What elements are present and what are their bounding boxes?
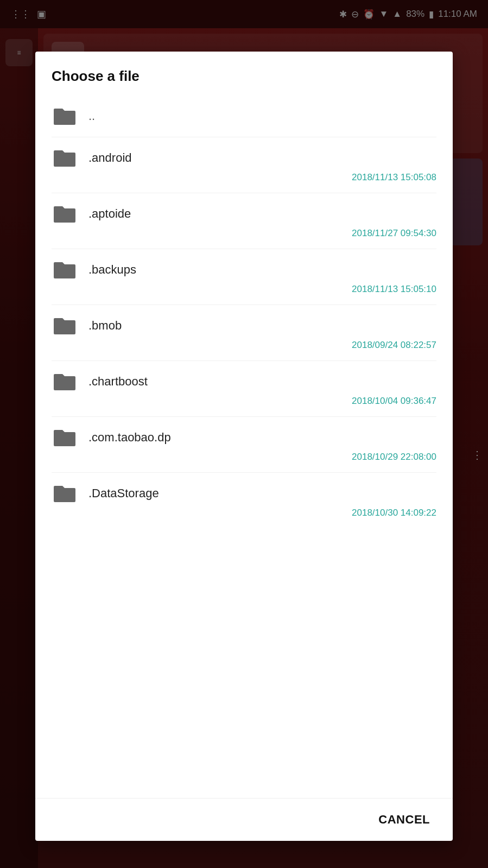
file-name: .backups bbox=[88, 263, 136, 277]
folder-icon bbox=[52, 483, 78, 504]
folder-icon bbox=[52, 427, 78, 448]
file-name: .bmob bbox=[88, 319, 122, 333]
folder-icon bbox=[52, 315, 78, 337]
file-item-row: .bmob bbox=[52, 315, 436, 337]
list-item[interactable]: .. bbox=[52, 96, 436, 137]
file-chooser-dialog: Choose a file .. .android2018/11/13 15:0… bbox=[35, 52, 453, 841]
file-name: .android bbox=[88, 151, 132, 165]
file-item-row: .. bbox=[52, 105, 436, 127]
file-date: 2018/09/24 08:22:57 bbox=[52, 340, 436, 351]
file-date: 2018/11/13 15:05:10 bbox=[52, 284, 436, 295]
file-name: .. bbox=[88, 109, 95, 123]
file-date: 2018/10/04 09:36:47 bbox=[52, 396, 436, 407]
list-item[interactable]: .backups2018/11/13 15:05:10 bbox=[52, 249, 436, 305]
folder-icon bbox=[52, 371, 78, 392]
folder-icon bbox=[52, 105, 78, 127]
file-item-row: .backups bbox=[52, 259, 436, 281]
list-item[interactable]: .bmob2018/09/24 08:22:57 bbox=[52, 305, 436, 361]
list-item[interactable]: .DataStorage2018/10/30 14:09:22 bbox=[52, 473, 436, 528]
file-date: 2018/10/30 14:09:22 bbox=[52, 508, 436, 518]
dialog-title: Choose a file bbox=[35, 52, 453, 96]
folder-icon bbox=[52, 259, 78, 281]
folder-icon bbox=[52, 203, 78, 225]
cancel-button[interactable]: CANCEL bbox=[372, 808, 436, 831]
list-item[interactable]: .chartboost2018/10/04 09:36:47 bbox=[52, 361, 436, 417]
file-name: .chartboost bbox=[88, 375, 148, 389]
folder-icon bbox=[52, 147, 78, 169]
list-item[interactable]: .aptoide2018/11/27 09:54:30 bbox=[52, 193, 436, 249]
file-list[interactable]: .. .android2018/11/13 15:05:08 .aptoide2… bbox=[35, 96, 453, 798]
file-item-row: .DataStorage bbox=[52, 483, 436, 504]
file-item-row: .aptoide bbox=[52, 203, 436, 225]
file-date: 2018/11/27 09:54:30 bbox=[52, 228, 436, 239]
file-item-row: .android bbox=[52, 147, 436, 169]
list-item[interactable]: .com.taobao.dp2018/10/29 22:08:00 bbox=[52, 417, 436, 473]
file-name: .DataStorage bbox=[88, 486, 159, 500]
file-item-row: .com.taobao.dp bbox=[52, 427, 436, 448]
file-date: 2018/10/29 22:08:00 bbox=[52, 452, 436, 462]
file-date: 2018/11/13 15:05:08 bbox=[52, 172, 436, 183]
file-item-row: .chartboost bbox=[52, 371, 436, 392]
file-name: .aptoide bbox=[88, 207, 131, 221]
dialog-footer: CANCEL bbox=[35, 798, 453, 841]
list-item[interactable]: .android2018/11/13 15:05:08 bbox=[52, 137, 436, 193]
file-name: .com.taobao.dp bbox=[88, 430, 171, 445]
